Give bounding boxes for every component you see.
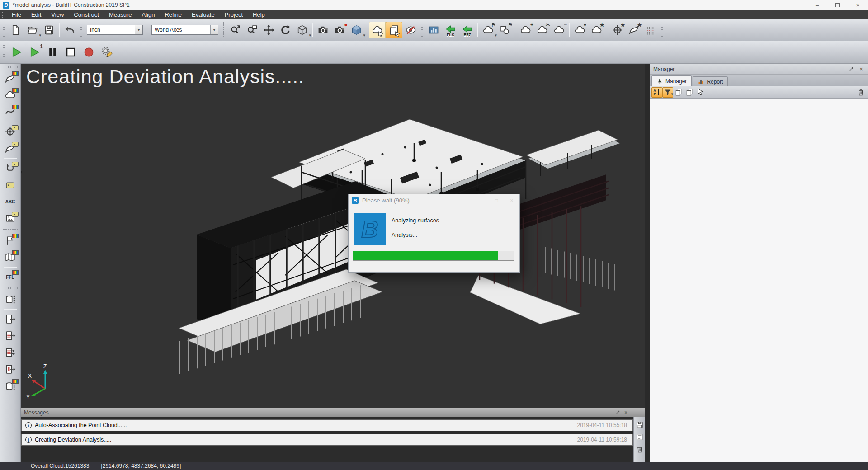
- import-fls-button[interactable]: FLS: [442, 22, 459, 38]
- menu-refine[interactable]: Refine: [160, 10, 187, 19]
- menu-measure[interactable]: Measure: [104, 10, 137, 19]
- zoom-extents-button[interactable]: [227, 22, 244, 38]
- histogram-panel-button[interactable]: [425, 22, 442, 38]
- scan-grid-button[interactable]: [642, 22, 659, 38]
- surface-feature-button[interactable]: ★: [626, 22, 642, 38]
- duplicate-item-button[interactable]: [684, 87, 695, 98]
- menu-evaluate[interactable]: Evaluate: [187, 10, 220, 19]
- open-file-button[interactable]: ▾: [24, 22, 41, 38]
- axes-combobox[interactable]: World Axes▼: [151, 25, 218, 35]
- save-log-button[interactable]: [636, 421, 644, 429]
- filter-dropdown-button[interactable]: ▾: [662, 87, 673, 98]
- cloud-flag-button[interactable]: ⚑▾: [480, 22, 496, 38]
- select-item-button[interactable]: [695, 87, 706, 98]
- dropdown-caret-icon[interactable]: ▾: [363, 33, 365, 38]
- shapes-flag-button[interactable]: ⚑: [496, 22, 513, 38]
- pause-button[interactable]: [43, 43, 61, 61]
- label-image-button[interactable]: [1, 210, 19, 227]
- tab-manager[interactable]: Manager: [651, 75, 692, 86]
- manager-caption: Manager: [653, 66, 844, 72]
- rotate-view-button[interactable]: [277, 22, 294, 38]
- label-dimension-button[interactable]: [1, 160, 19, 177]
- section-analysis-button[interactable]: [1, 291, 19, 308]
- export-page-button[interactable]: [1, 311, 19, 328]
- tab-report[interactable]: Report: [693, 76, 728, 86]
- manager-tree-area[interactable]: [650, 99, 868, 462]
- new-file-button[interactable]: [7, 22, 24, 38]
- colormap-flag-button[interactable]: [1, 232, 19, 249]
- export-data-button[interactable]: [1, 361, 19, 378]
- dropdown-caret-icon[interactable]: ▼: [135, 25, 142, 34]
- label-tag-button[interactable]: [1, 177, 19, 193]
- deviation-surface-button[interactable]: [1, 70, 19, 87]
- log-report-button[interactable]: [636, 433, 644, 441]
- record-camera-button[interactable]: ●: [331, 22, 348, 38]
- menu-view[interactable]: View: [46, 10, 69, 19]
- view-cube-button[interactable]: ▾: [294, 22, 311, 38]
- shaded-view-button[interactable]: ▾: [348, 22, 365, 38]
- deviation-curve-button[interactable]: [1, 103, 19, 120]
- menu-align[interactable]: Align: [137, 10, 160, 19]
- sort-az-button[interactable]: [651, 87, 662, 98]
- run-step-button[interactable]: 1: [25, 43, 43, 61]
- menu-help[interactable]: Help: [248, 10, 270, 19]
- message-row[interactable]: iCreating Deviation Analysis.....2019-04…: [21, 434, 633, 446]
- messages-close-icon[interactable]: ×: [624, 409, 627, 416]
- manager-close-icon[interactable]: ×: [858, 66, 864, 72]
- undo-button[interactable]: [61, 22, 78, 38]
- rainbow-chip-icon: [12, 234, 19, 238]
- pan-button[interactable]: [260, 22, 277, 38]
- floor-flatness-button[interactable]: FFL: [1, 269, 19, 286]
- colormap-volume-button[interactable]: [1, 378, 19, 395]
- menu-file[interactable]: File: [7, 10, 26, 19]
- close-button[interactable]: ×: [848, 0, 868, 10]
- zoom-window-button[interactable]: [244, 22, 260, 38]
- menu-edit[interactable]: Edit: [26, 10, 46, 19]
- cloud-feature-button[interactable]: ★: [588, 22, 605, 38]
- info-icon: i: [25, 437, 32, 443]
- label-text-button[interactable]: ABC: [1, 193, 19, 210]
- cloud-filter-button[interactable]: ▼: [571, 22, 588, 38]
- dialog-minimize-button[interactable]: –: [473, 194, 489, 207]
- menu-construct[interactable]: Construct: [69, 10, 104, 19]
- dialog-title-bar[interactable]: B Please wait (90%) – □ ×: [349, 194, 519, 207]
- stop-button[interactable]: [61, 43, 80, 61]
- import-e57-button[interactable]: E57: [459, 22, 476, 38]
- unit-combobox[interactable]: Inch▼: [87, 25, 143, 35]
- label-target-button[interactable]: [1, 123, 19, 140]
- export-batch-button[interactable]: [1, 344, 19, 361]
- delete-item-button[interactable]: [855, 87, 866, 98]
- deviation-cloud-button[interactable]: [1, 87, 19, 103]
- colormap-map-button[interactable]: [1, 249, 19, 266]
- save-file-button[interactable]: [41, 22, 57, 38]
- export-report-button[interactable]: [1, 328, 19, 344]
- overlay-glyph: ●: [344, 22, 348, 28]
- cloud-remove-button[interactable]: −: [551, 22, 567, 38]
- minimize-button[interactable]: –: [807, 0, 827, 10]
- restore-button[interactable]: [827, 0, 848, 10]
- pin-icon[interactable]: [615, 409, 621, 415]
- hide-selection-button[interactable]: [402, 22, 419, 38]
- cloud-add-button[interactable]: +: [517, 22, 534, 38]
- copy-item-button[interactable]: [673, 87, 684, 98]
- overlay-glyph: −: [564, 22, 567, 28]
- play-icon: [28, 46, 41, 58]
- label-surface-button[interactable]: [1, 140, 19, 157]
- clear-log-button[interactable]: [636, 445, 644, 453]
- target-feature-button[interactable]: ★: [609, 22, 626, 38]
- macro-settings-button[interactable]: [98, 43, 116, 61]
- snapshot-camera-button[interactable]: [315, 22, 331, 38]
- cloud-cut-button[interactable]: ✂: [534, 22, 551, 38]
- dropdown-caret-icon[interactable]: ▾: [309, 33, 311, 38]
- dropdown-caret-icon[interactable]: ▼: [210, 25, 218, 34]
- message-row[interactable]: iAuto-Associating the Point Cloud......2…: [21, 419, 633, 431]
- overlay-glyph: 1: [40, 44, 43, 49]
- record-macro-button[interactable]: [80, 43, 98, 61]
- menu-project[interactable]: Project: [220, 10, 248, 19]
- viewport-3d[interactable]: Creating Deviation Analysis..... Z X Y: [21, 64, 645, 408]
- panel-splitter[interactable]: [645, 64, 650, 462]
- select-cloud-button[interactable]: [369, 22, 386, 38]
- run-button[interactable]: [7, 43, 25, 61]
- pin-icon[interactable]: [848, 66, 854, 72]
- select-surface-button[interactable]: [386, 22, 402, 38]
